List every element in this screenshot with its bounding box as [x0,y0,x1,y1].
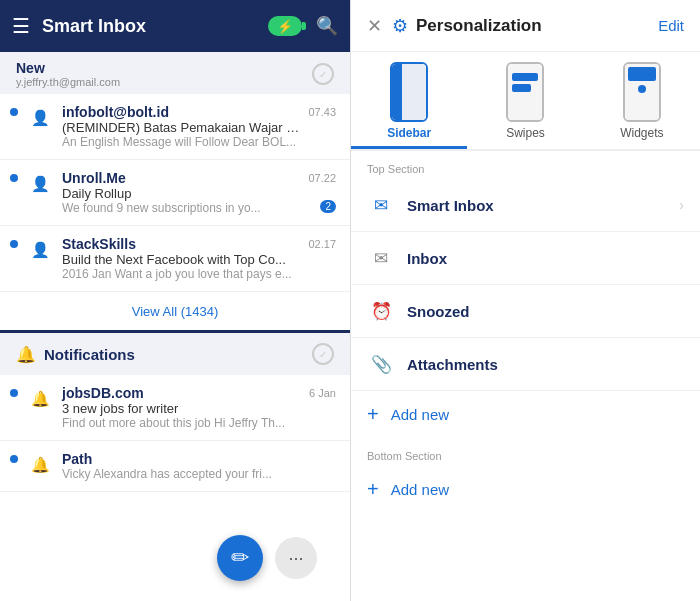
add-new-bottom[interactable]: + Add new [351,466,700,513]
unread-dot [10,455,18,463]
mail-sender: Path [62,451,328,467]
mail-content: Path Vicky Alexandra has accepted your f… [62,451,328,481]
new-section-info: New y.jeffry.th@gmail.com [16,60,120,88]
notifications-header: 🔔 Notifications ✓ [0,333,350,375]
unread-dot [10,108,18,116]
close-icon[interactable]: ✕ [367,15,382,37]
right-content: Top Section ✉ Smart Inbox › ✉ Inbox ⏰ Sn… [351,151,700,601]
swipe-bar-mid [512,84,530,92]
right-panel: ✕ ⚙ Personalization Edit Sidebar [350,0,700,601]
mail-sender: StackSkills [62,236,300,252]
tab-label: Widgets [620,126,663,140]
top-section-label: Top Section [351,151,700,179]
notif-label-row: 🔔 Notifications [16,345,135,364]
tab-widgets[interactable]: Widgets [584,52,700,149]
mail-subject: 3 new jobs for writer [62,401,301,416]
mail-preview: An English Message will Follow Dear BOL.… [62,135,300,149]
snoozed-icon: ⏰ [367,297,395,325]
tab-swipes[interactable]: Swipes [467,52,583,149]
mail-sender: Unroll.Me [62,170,300,186]
mail-time: 02.17 [308,238,336,250]
nav-item-inbox[interactable]: ✉ Inbox [351,232,700,285]
mail-sender: jobsDB.com [62,385,301,401]
notifications-label: Notifications [44,346,135,363]
hamburger-icon[interactable]: ☰ [12,14,30,38]
edit-button[interactable]: Edit [658,17,684,34]
add-icon: + [367,478,379,501]
sidebar-bar [392,64,402,120]
chevron-right-icon: › [679,197,684,213]
nav-item-snoozed[interactable]: ⏰ Snoozed [351,285,700,338]
mail-sender: infobolt@bolt.id [62,104,300,120]
notification-item[interactable]: 🔔 jobsDB.com 3 new jobs for writer Find … [0,375,350,441]
mail-preview: 2016 Jan Want a job you love that pays e… [62,267,300,281]
mail-time: 07.22 [308,172,336,184]
widget-block [628,67,656,81]
nav-item-label: Snoozed [407,303,684,320]
personalization-tabs: Sidebar Swipes Widgets [351,52,700,151]
mail-avatar-icon: 👤 [26,104,54,132]
right-panel-title: Personalization [416,16,658,36]
badge-count: 2 [320,200,336,213]
mail-subject: (REMINDER) Batas Pemakaian Wajar (... [62,120,300,135]
mail-preview: We found 9 new subscriptions in yo... [62,201,300,215]
mail-item[interactable]: 👤 Unroll.Me Daily Rollup We found 9 new … [0,160,350,226]
personalization-icon: ⚙ [392,15,408,37]
mail-content: jobsDB.com 3 new jobs for writer Find ou… [62,385,301,430]
attachments-icon: 📎 [367,350,395,378]
right-header: ✕ ⚙ Personalization Edit [351,0,700,52]
mail-content: StackSkills Build the Next Facebook with… [62,236,300,281]
more-options-button[interactable]: ··· [275,537,317,579]
tab-label: Sidebar [387,126,431,140]
add-new-top-label: Add new [391,406,449,423]
unread-dot [10,389,18,397]
smart-inbox-icon: ✉ [367,191,395,219]
bottom-section-label: Bottom Section [351,438,700,466]
mail-preview: Find out more about this job Hi Jeffry T… [62,416,301,430]
unread-dot [10,174,18,182]
nav-item-attachments[interactable]: 📎 Attachments [351,338,700,391]
search-icon[interactable]: 🔍 [316,15,338,37]
new-label: New [16,60,120,76]
mail-content: Unroll.Me Daily Rollup We found 9 new su… [62,170,300,215]
mail-avatar-icon: 👤 [26,236,54,264]
notif-check-circle[interactable]: ✓ [312,343,334,365]
swipe-bar-top [512,73,538,81]
unread-dot [10,240,18,248]
mail-item[interactable]: 👤 StackSkills Build the Next Facebook wi… [0,226,350,292]
nav-item-smart-inbox[interactable]: ✉ Smart Inbox › [351,179,700,232]
nav-item-label: Inbox [407,250,684,267]
sidebar-content [402,64,426,120]
swipes-phone-mockup [506,62,544,122]
mail-subject: Build the Next Facebook with Top Co... [62,252,300,267]
swipes-mockup-inner [508,64,542,120]
notification-item[interactable]: 🔔 Path Vicky Alexandra has accepted your… [0,441,350,492]
notification-icon: 🔔 [26,451,54,479]
app-header: ☰ Smart Inbox ⚡ 🔍 [0,0,350,52]
mail-time: 07.43 [308,106,336,118]
widget-dot [638,85,646,93]
tab-sidebar[interactable]: Sidebar [351,52,467,149]
view-all-link[interactable]: View All (1434) [132,304,218,319]
mail-subject: Daily Rollup [62,186,300,201]
view-all-row: View All (1434) [0,292,350,333]
notification-icon: 🔔 [26,385,54,413]
inbox-icon: ✉ [367,244,395,272]
header-title: Smart Inbox [42,16,268,37]
add-new-top[interactable]: + Add new [351,391,700,438]
sidebar-phone-mockup [390,62,428,122]
new-email: y.jeffry.th@gmail.com [16,76,120,88]
mail-item[interactable]: 👤 infobolt@bolt.id (REMINDER) Batas Pema… [0,94,350,160]
widgets-mockup-inner [625,64,659,120]
compose-fab[interactable]: ✏ [217,535,263,581]
mail-content: infobolt@bolt.id (REMINDER) Batas Pemaka… [62,104,300,149]
add-new-bottom-label: Add new [391,481,449,498]
left-panel: ☰ Smart Inbox ⚡ 🔍 New y.jeffry.th@gmail.… [0,0,350,601]
sidebar-mockup-inner [392,64,426,120]
tab-label: Swipes [506,126,545,140]
new-check-circle[interactable]: ✓ [312,63,334,85]
notification-bell-icon: 🔔 [16,345,36,364]
battery-bolt: ⚡ [277,19,293,34]
battery-icon: ⚡ [268,16,302,36]
mail-preview: Vicky Alexandra has accepted your fri... [62,467,328,481]
